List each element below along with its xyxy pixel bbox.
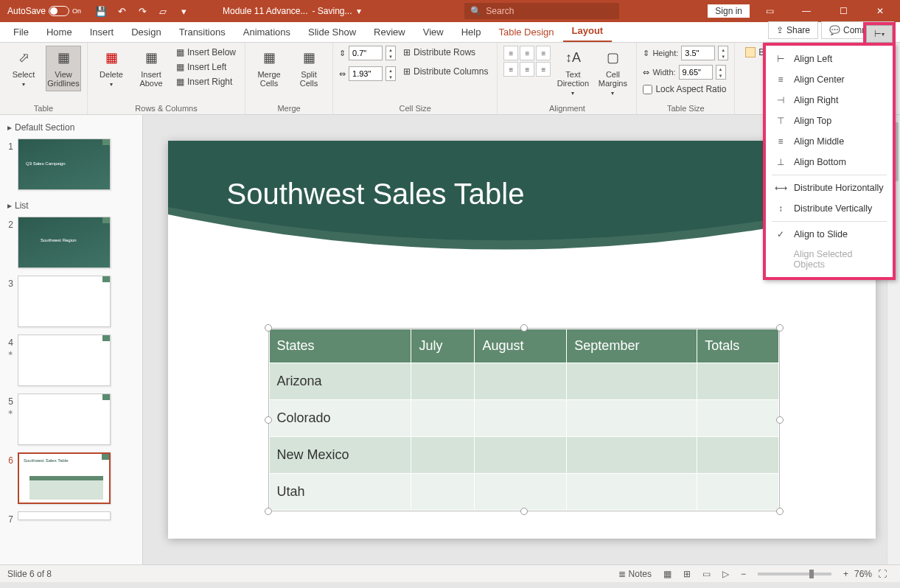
- th-totals[interactable]: Totals: [697, 329, 778, 363]
- thumb-7[interactable]: [18, 511, 111, 520]
- reading-view-icon[interactable]: ▭: [697, 565, 716, 583]
- align-ml[interactable]: ≡: [503, 62, 518, 77]
- zoom-out-button[interactable]: −: [735, 565, 752, 583]
- width-icon: ⇔: [339, 69, 346, 79]
- insert-below-button[interactable]: ▦Insert Below: [173, 46, 239, 59]
- resize-handle[interactable]: [776, 416, 784, 424]
- tab-help[interactable]: Help: [453, 22, 490, 42]
- table-width-input[interactable]: ⇔Width:▲▼: [643, 65, 728, 80]
- align-mr[interactable]: ≡: [536, 62, 551, 77]
- tab-layout[interactable]: Layout: [563, 21, 613, 42]
- align-right-item[interactable]: ⊣Align Right: [766, 90, 893, 111]
- th-july[interactable]: July: [411, 329, 475, 363]
- tab-review[interactable]: Review: [365, 22, 414, 42]
- select-button[interactable]: ⬀Select▾: [6, 46, 41, 92]
- table-height-input[interactable]: ⇕Height:▲▼: [643, 46, 728, 60]
- split-cells-button[interactable]: ▦Split Cells: [291, 46, 327, 91]
- zoom-slider[interactable]: [758, 573, 831, 575]
- align-left-item[interactable]: ⊢Align Left: [766, 49, 893, 69]
- thumb-1[interactable]: Q3 Sales Campaign: [18, 139, 111, 190]
- table-row: Colorado: [269, 400, 778, 437]
- distribute-cols-button[interactable]: ⊞Distribute Columns: [400, 65, 491, 78]
- align-center-item[interactable]: ≡Align Center: [766, 69, 893, 90]
- insert-above-icon: ▦: [142, 49, 160, 67]
- close-icon[interactable]: ✕: [863, 0, 897, 22]
- zoom-level[interactable]: 76%: [854, 569, 872, 579]
- th-states[interactable]: States: [269, 329, 411, 363]
- resize-handle[interactable]: [265, 508, 272, 515]
- resize-handle[interactable]: [265, 324, 272, 332]
- tab-table-design[interactable]: Table Design: [489, 22, 562, 42]
- resize-handle[interactable]: [520, 324, 528, 332]
- signin-button[interactable]: Sign in: [708, 4, 750, 18]
- th-august[interactable]: August: [475, 329, 567, 363]
- align-mc[interactable]: ≡: [520, 62, 534, 77]
- tab-insert[interactable]: Insert: [81, 22, 123, 42]
- resize-handle[interactable]: [265, 416, 272, 424]
- thumb-4[interactable]: [18, 335, 111, 386]
- section-default[interactable]: ▸ Default Section: [3, 119, 139, 136]
- align-objects-button[interactable]: ⊢▾: [866, 25, 893, 43]
- distribute-rows-button[interactable]: ⊞Distribute Rows: [400, 46, 491, 59]
- redo-icon[interactable]: ↷: [133, 1, 152, 21]
- notes-button[interactable]: ≣Notes: [613, 565, 657, 583]
- dist-rows-icon: ⊞: [403, 47, 411, 57]
- distribute-h-item[interactable]: ⟷Distribute Horizontally: [766, 178, 893, 198]
- tab-home[interactable]: Home: [38, 22, 81, 42]
- align-top-item[interactable]: ⊤Align Top: [766, 111, 893, 131]
- save-icon[interactable]: 💾: [91, 1, 111, 21]
- insert-right-button[interactable]: ▦Insert Right: [173, 75, 239, 88]
- slideshow-view-icon[interactable]: ▷: [716, 565, 735, 583]
- thumb-6[interactable]: Southwest Sales Table: [18, 452, 111, 504]
- thumb-3[interactable]: [18, 276, 111, 327]
- delete-button[interactable]: ▦Delete▾: [94, 46, 129, 92]
- tab-slideshow[interactable]: Slide Show: [299, 22, 365, 42]
- align-middle-item[interactable]: ≡Align Middle: [766, 131, 893, 152]
- undo-icon[interactable]: ↶: [112, 1, 131, 21]
- col-width-input[interactable]: ⇔▲▼: [339, 66, 396, 81]
- zoom-thumb[interactable]: [809, 570, 814, 578]
- tab-transitions[interactable]: Transitions: [170, 22, 234, 42]
- maximize-icon[interactable]: ☐: [826, 0, 860, 22]
- resize-handle[interactable]: [776, 324, 784, 332]
- autosave-toggle[interactable]: AutoSave On: [3, 6, 86, 16]
- align-tr[interactable]: ≡: [536, 46, 551, 60]
- tab-design[interactable]: Design: [122, 22, 170, 42]
- slideshow-icon[interactable]: ▱: [153, 1, 172, 21]
- section-list[interactable]: ▸ List: [3, 197, 139, 214]
- resize-handle[interactable]: [520, 508, 528, 515]
- align-bottom-item[interactable]: ⊥Align Bottom: [766, 152, 893, 172]
- normal-view-icon[interactable]: ▦: [657, 565, 677, 583]
- slide-counter[interactable]: Slide 6 of 8: [7, 569, 52, 579]
- minimize-icon[interactable]: —: [789, 0, 823, 22]
- align-to-slide-item[interactable]: ✓Align to Slide: [766, 224, 893, 245]
- distribute-v-item[interactable]: ↕Distribute Vertically: [766, 198, 893, 219]
- ribbon-display-icon[interactable]: ▭: [753, 0, 786, 22]
- tab-view[interactable]: View: [414, 22, 453, 42]
- view-gridlines-button[interactable]: ▦View Gridlines: [46, 46, 81, 91]
- thumb-5[interactable]: [18, 393, 111, 445]
- align-tc[interactable]: ≡: [520, 46, 534, 60]
- data-table[interactable]: States July August September Totals Ariz…: [269, 329, 779, 511]
- table-object[interactable]: States July August September Totals Ariz…: [268, 328, 780, 511]
- thumb-2[interactable]: Southwest Region: [18, 217, 111, 268]
- lock-aspect-check[interactable]: Lock Aspect Ratio: [643, 84, 728, 94]
- insert-above-button[interactable]: ▦Insert Above: [133, 46, 169, 91]
- zoom-in-button[interactable]: +: [837, 565, 854, 583]
- tab-animations[interactable]: Animations: [234, 22, 299, 42]
- th-september[interactable]: September: [567, 329, 697, 363]
- cell-margins-button[interactable]: ▢Cell Margins▾: [595, 46, 630, 101]
- search-box[interactable]: 🔍 Search: [464, 3, 619, 19]
- share-button[interactable]: ⇪Share: [768, 21, 818, 39]
- align-tl[interactable]: ≡: [503, 46, 518, 60]
- text-direction-button[interactable]: ↕AText Direction▾: [555, 46, 590, 101]
- sorter-view-icon[interactable]: ⊞: [677, 565, 697, 583]
- slide-thumbnails-panel[interactable]: ▸ Default Section 1Q3 Sales Campaign ▸ L…: [0, 115, 143, 564]
- insert-left-button[interactable]: ▦Insert Left: [173, 60, 239, 74]
- resize-handle[interactable]: [776, 508, 784, 515]
- fit-window-icon[interactable]: ⛶: [872, 565, 893, 583]
- merge-cells-button[interactable]: ▦Merge Cells: [251, 46, 287, 91]
- row-height-input[interactable]: ⇕▲▼: [339, 46, 396, 60]
- qat-more-icon[interactable]: ▾: [174, 1, 193, 21]
- tab-file[interactable]: File: [4, 22, 38, 42]
